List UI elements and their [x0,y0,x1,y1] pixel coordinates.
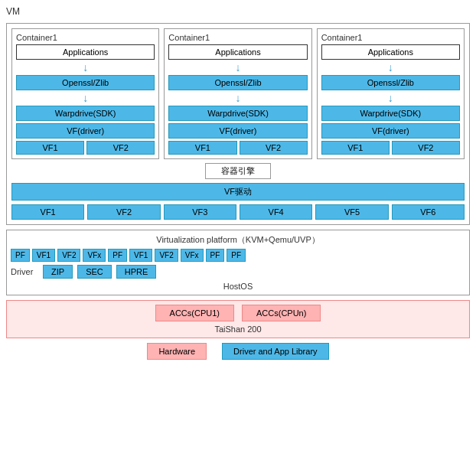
arrow1: ↓ [83,62,88,73]
arrow4: ↓ [235,93,240,103]
container-1: Container1 Applications ↓ Openssl/Zlib ↓… [11,28,159,159]
driver-row: Driver ZIP SEC HPRE [11,265,465,279]
main-container: VM Container1 Applications ↓ Openssl/Zli… [0,0,476,460]
library-chip: Driver and App Library [222,343,328,360]
container3-vf2: VF2 [392,141,460,155]
hardware-chip: Hardware [147,343,207,360]
container3-vfdriver: VF(driver) [321,123,460,139]
container2-label: Container1 [168,33,210,42]
pf-cell-8: PF [206,249,225,262]
vf-driver-bar: VF驱动 [11,183,465,201]
container3-vf1: VF1 [321,141,390,155]
container-3: Container1 Applications ↓ Openssl/Zlib ↓… [317,28,465,159]
vf-cell-6: VF6 [392,204,465,220]
driver-chip-zip: ZIP [43,265,73,279]
vf-cell-3: VF3 [164,204,236,220]
pf-cell-3: VFx [83,249,106,262]
container2-vfdriver: VF(driver) [168,123,307,139]
taishan-section: ACCs(CPU1) ACCs(CPUn) TaiShan 200 [6,300,470,338]
container2-vf-row: VF1 VF2 [168,141,307,155]
hostos-label: HostOS [11,282,465,291]
bottom-row: Hardware Driver and App Library [6,343,470,360]
engine-box: 容器引擎 [205,163,271,179]
container2-app: Applications [168,44,307,60]
container2-warpdrive: Warpdrive(SDK) [168,106,307,121]
arrow6: ↓ [388,93,393,103]
container-2: Container1 Applications ↓ Openssl/Zlib ↓… [164,28,311,159]
container1-app: Applications [16,44,155,60]
container3-openssl: Openssl/Zlib [321,75,460,90]
arrow2: ↓ [83,93,88,103]
vf-cell-2: VF2 [87,204,160,220]
container1-vf1: VF1 [16,141,84,155]
pf-cell-6: VF2 [155,249,178,262]
container2-vf2: VF2 [240,141,308,155]
vf-cells-row: VF1 VF2 VF3 VF4 VF5 VF6 [11,204,465,220]
pf-vf-row: PF VF1 VF2 VFx PF VF1 VF2 VFx PF PF [11,249,465,262]
virt-section: Virtualization platform（KVM+Qemu/UVP） PF… [6,230,470,295]
pf-cell-2: VF2 [57,249,80,262]
container1-label: Container1 [16,33,57,42]
arrow3: ↓ [235,62,240,73]
pf-cell-7: VFx [181,249,204,262]
pf-cell-5: VF1 [129,249,152,262]
container1-warpdrive: Warpdrive(SDK) [16,106,155,121]
driver-label: Driver [11,267,38,276]
containers-row: Container1 Applications ↓ Openssl/Zlib ↓… [11,28,465,159]
arrow5: ↓ [388,62,393,73]
vm-box: Container1 Applications ↓ Openssl/Zlib ↓… [6,23,470,225]
container1-vf-row: VF1 VF2 [16,141,155,155]
container2-vf1: VF1 [168,141,236,155]
pf-cell-1: VF1 [32,249,55,262]
pf-cell-4: PF [108,249,127,262]
vm-label: VM [6,6,470,17]
driver-chip-sec: SEC [77,265,112,279]
vf-cell-1: VF1 [11,204,84,220]
container1-openssl: Openssl/Zlib [16,75,155,90]
virt-label: Virtualization platform（KVM+Qemu/UVP） [11,234,465,246]
accs-cpu1: ACCs(CPU1) [155,305,234,321]
vf-cell-5: VF5 [315,204,388,220]
container1-vf2: VF2 [86,141,155,155]
container3-vf-row: VF1 VF2 [321,141,460,155]
vf-cell-4: VF4 [240,204,312,220]
accs-cpun: ACCs(CPUn) [242,305,321,321]
container2-openssl: Openssl/Zlib [168,75,307,90]
pf-cell-9: PF [227,249,246,262]
container3-warpdrive: Warpdrive(SDK) [321,106,460,121]
container1-vfdriver: VF(driver) [16,123,155,139]
pf-cell-0: PF [11,249,30,262]
container3-app: Applications [321,44,460,60]
driver-chip-hpre: HPRE [116,265,157,279]
accs-row: ACCs(CPU1) ACCs(CPUn) [11,305,465,321]
container3-label: Container1 [321,33,363,42]
taishan-label: TaiShan 200 [11,325,465,334]
